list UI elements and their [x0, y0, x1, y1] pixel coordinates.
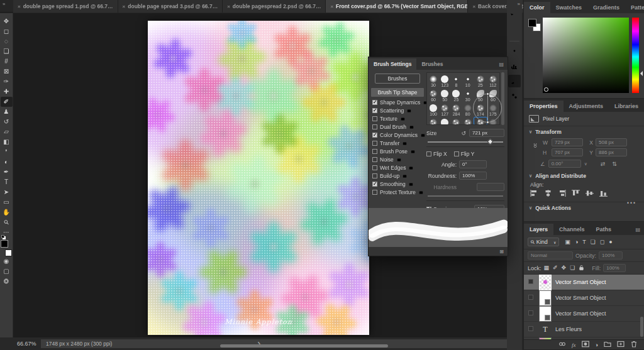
brush-option-protect-texture[interactable]: Protect Texture — [371, 188, 424, 196]
option-checkbox[interactable] — [372, 173, 377, 178]
pen-tool[interactable]: ✒ — [1, 167, 13, 177]
brush-preset[interactable]: 25 — [474, 74, 487, 88]
foreground-color-chip[interactable] — [528, 19, 536, 27]
new-group-icon[interactable] — [604, 341, 611, 349]
layer-filter-kind[interactable]: ⚲ Kind ∨ — [528, 238, 559, 246]
option-lock-icon[interactable] — [409, 123, 416, 131]
gradient-tool[interactable]: ◧ — [1, 137, 13, 147]
brush-preset[interactable]: 284 — [450, 102, 462, 117]
option-checkbox[interactable] — [372, 190, 377, 195]
document-tab[interactable]: ×Front cover.psd @ 66.7% (Vector Smart O… — [326, 0, 468, 13]
width-field[interactable]: 729 px — [552, 138, 583, 146]
brush-preset[interactable]: 100 — [428, 102, 439, 117]
layers-scrollbar[interactable] — [640, 317, 643, 337]
brush-preset[interactable]: 30 — [428, 74, 439, 88]
lock-artboard-icon[interactable]: ❏ — [570, 265, 575, 272]
align-middle-icon[interactable] — [586, 190, 594, 198]
angle-roundness-widget[interactable] — [473, 94, 502, 123]
pixel-filter-icon[interactable]: ▣ — [565, 239, 570, 245]
brush-preset[interactable]: 25 — [450, 88, 462, 102]
layer-effects-icon[interactable]: fx — [572, 342, 576, 348]
dodge-tool[interactable]: ◐ — [1, 157, 13, 167]
brush-option-noise[interactable]: Noise — [371, 155, 424, 163]
close-tab-icon[interactable]: × — [472, 4, 475, 9]
angle-dropdown-icon[interactable]: ∨ — [584, 161, 587, 167]
brush-option-brush-pose[interactable]: Brush Pose — [371, 147, 424, 155]
smart-object-filter-icon[interactable]: ◻ — [600, 239, 604, 245]
option-lock-icon[interactable] — [396, 156, 403, 163]
properties-tab-properties[interactable]: Properties — [524, 101, 564, 112]
object-selection-tool[interactable]: ❏ — [1, 46, 13, 57]
dock-collapse-chevrons[interactable]: » — [518, 0, 522, 9]
flip-y-checkbox[interactable] — [454, 151, 459, 156]
layer-row[interactable]: TLes Fleurs — [524, 322, 644, 337]
option-checkbox[interactable] — [372, 100, 377, 105]
layer-thumbnail[interactable] — [539, 275, 552, 290]
layer-row[interactable]: Vector Smart Object — [524, 290, 644, 306]
zoom-level-field[interactable]: 66.67% — [13, 341, 41, 347]
artboard[interactable]: Minnie Appleton — [148, 21, 369, 335]
brush-option-build-up[interactable]: Build-up — [371, 172, 424, 180]
color-swatches[interactable] — [1, 240, 13, 256]
flip-x-checkbox[interactable] — [426, 151, 431, 156]
color-tab-gradients[interactable]: Gradients — [587, 2, 625, 13]
history-icon[interactable] — [508, 10, 521, 23]
opacity-field[interactable]: 100% — [599, 251, 623, 260]
option-checkbox[interactable] — [372, 116, 377, 121]
comments-icon[interactable] — [508, 25, 521, 38]
size-field[interactable]: 721 px — [469, 129, 504, 137]
close-tab-icon[interactable]: × — [227, 4, 230, 9]
layer-visibility-toggle[interactable] — [526, 295, 535, 301]
layer-visibility-toggle[interactable] — [526, 279, 535, 285]
navigator-icon[interactable] — [508, 45, 521, 57]
layers-tab-paths[interactable]: Paths — [591, 224, 618, 235]
clone-stamp-tool[interactable]: ♟ — [1, 107, 13, 117]
option-checkbox[interactable] — [372, 149, 377, 154]
option-checkbox[interactable] — [372, 133, 377, 138]
tool-presets-icon[interactable] — [508, 90, 521, 102]
adjustment-filter-icon[interactable]: ◑ — [575, 239, 578, 245]
type-filter-icon[interactable]: T — [582, 239, 586, 245]
quick-mask-button[interactable]: ◉ — [1, 256, 13, 266]
align-center-h-icon[interactable] — [544, 190, 552, 198]
shape-tool[interactable]: ▭ — [1, 197, 13, 207]
layers-tab-layers[interactable]: Layers — [524, 224, 553, 235]
color-cursor[interactable] — [544, 87, 548, 92]
layer-row[interactable]: Vector Smart Object — [524, 306, 644, 322]
canvas-horizontal-scrollbar[interactable] — [220, 344, 388, 347]
brush-preset[interactable]: 60 — [428, 88, 439, 102]
align-bottom-icon[interactable] — [599, 190, 608, 198]
brush-option-dual-brush[interactable]: Dual Brush — [371, 123, 424, 131]
option-checkbox[interactable] — [372, 124, 377, 129]
document-tab[interactable]: ×double pagespread 2.psd @ 66.7… — [223, 0, 326, 13]
option-lock-icon[interactable] — [402, 172, 409, 180]
lock-position-icon[interactable]: ✥ — [562, 265, 567, 272]
properties-tab-adjustments[interactable]: Adjustments — [564, 101, 609, 112]
document-tab[interactable]: ×double page spread 3.psd @ 66.7… — [118, 0, 223, 13]
quick-actions-header[interactable]: ∨Quick Actions — [524, 202, 644, 214]
size-slider[interactable] — [428, 141, 503, 143]
path-selection-tool[interactable]: ➤ — [1, 187, 13, 197]
layer-thumbnail[interactable] — [539, 290, 552, 306]
option-lock-icon[interactable] — [402, 139, 409, 147]
lock-paint-icon[interactable]: ✐ — [553, 265, 558, 272]
option-lock-icon[interactable] — [410, 148, 417, 155]
option-checkbox[interactable] — [372, 182, 377, 187]
lock-all-icon[interactable] — [579, 265, 584, 272]
delete-layer-icon[interactable] — [630, 341, 638, 349]
color-tab-color[interactable]: Color — [524, 2, 550, 13]
brush-preset[interactable] — [428, 117, 439, 125]
x-field[interactable]: 508 px — [596, 138, 627, 146]
brush-tip-shape-item[interactable]: Brush Tip Shape — [371, 88, 424, 97]
align-left-icon[interactable] — [530, 190, 538, 198]
brush-preset[interactable]: 80 — [462, 102, 474, 117]
option-lock-icon[interactable] — [408, 164, 415, 172]
add-mask-icon[interactable] — [582, 341, 589, 349]
fill-field[interactable]: 100% — [603, 264, 626, 272]
blend-mode-select[interactable]: Normal — [528, 251, 573, 260]
close-tab-icon[interactable]: × — [330, 4, 333, 9]
align-top-icon[interactable] — [572, 190, 580, 198]
align-right-icon[interactable] — [558, 190, 566, 198]
option-checkbox[interactable] — [372, 141, 377, 146]
new-adjustment-icon[interactable]: ◑ — [595, 342, 598, 348]
